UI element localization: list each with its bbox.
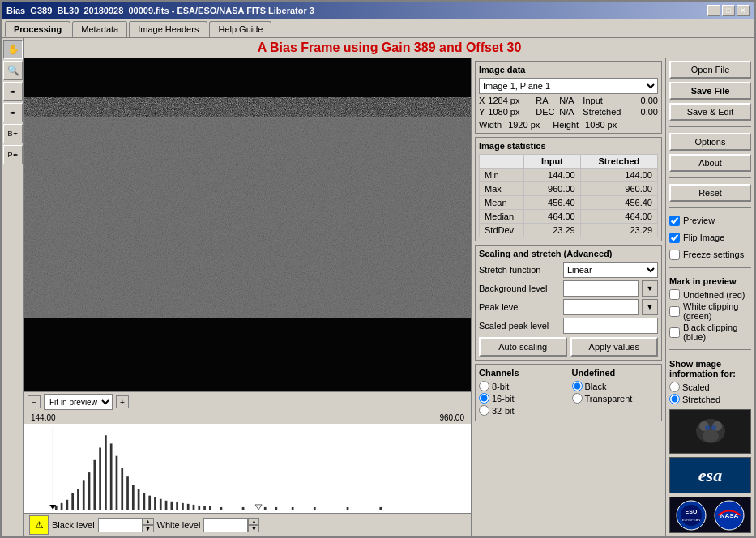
svg-rect-20	[132, 485, 135, 510]
black-level-down[interactable]: ▼	[143, 525, 154, 532]
channels-col: Channels 8-bit 16-bit	[479, 368, 566, 417]
black-level-label: Black level	[52, 520, 95, 530]
svg-rect-28	[176, 502, 178, 510]
menu-bar: Processing Metadata Image Headers Help G…	[2, 19, 754, 38]
title-banner: A Bias Frame using Gain 389 and Offset 3…	[24, 38, 754, 58]
svg-rect-25	[160, 499, 162, 510]
white-level-input[interactable]: 688.00	[203, 518, 248, 532]
options-button[interactable]: Options	[669, 133, 751, 151]
scaling-buttons-row: Auto scaling Apply values	[479, 337, 658, 357]
svg-rect-26	[165, 501, 168, 510]
pencil-tool-1[interactable]: ✒	[3, 82, 23, 101]
bg-level-row: Background level 0.00 ▼	[479, 280, 658, 297]
minimize-button[interactable]: –	[707, 5, 720, 16]
save-edit-button[interactable]: Save & Edit	[669, 103, 751, 121]
svg-rect-1	[24, 58, 471, 117]
svg-rect-34	[209, 506, 211, 510]
svg-rect-14	[99, 448, 101, 510]
preview-controls: − Fit in preview +	[24, 391, 471, 412]
histogram-max-label: 960.00	[439, 413, 464, 422]
maximize-button[interactable]: □	[722, 5, 735, 16]
scaled-radio[interactable]	[669, 382, 680, 392]
svg-rect-10	[77, 489, 79, 510]
undefined-title: Undefined	[572, 368, 659, 378]
svg-rect-8	[66, 500, 69, 510]
image-select[interactable]: Image 1, Plane 1	[479, 78, 658, 94]
channels-8bit-row: 8-bit	[479, 381, 566, 391]
scaling-section: Scaling and stretch (Advanced) Stretch f…	[475, 245, 662, 361]
svg-rect-4	[24, 318, 471, 391]
bg-arrow-btn[interactable]: ▼	[642, 280, 658, 297]
svg-rect-36	[242, 507, 245, 510]
undefined-black-label: Black	[585, 382, 607, 391]
svg-rect-24	[154, 497, 156, 510]
svg-rect-32	[198, 506, 200, 510]
flip-image-checkbox[interactable]	[669, 233, 680, 243]
eso-badge: ESO EUROPEAN	[676, 500, 707, 531]
stretched-radio[interactable]	[669, 394, 680, 404]
stretch-function-row: Stretch function Linear Log Square Root	[479, 262, 658, 278]
svg-rect-31	[193, 505, 195, 510]
auto-scaling-button[interactable]: Auto scaling	[479, 337, 567, 357]
channels-title: Channels	[479, 368, 566, 378]
apply-values-button[interactable]: Apply values	[570, 337, 659, 357]
freeze-settings-checkbox[interactable]	[669, 250, 680, 260]
pencil-tool-2[interactable]: ✒	[3, 103, 23, 122]
black-clipping-checkbox[interactable]	[669, 327, 680, 338]
peak-label: Peak level	[479, 302, 560, 312]
black-level-up[interactable]: ▲	[143, 518, 154, 525]
zoom-tool[interactable]: 🔍	[3, 61, 23, 80]
stretch-select[interactable]: Linear Log Square Root	[563, 262, 658, 278]
peak-value-input[interactable]: 688.00	[563, 299, 639, 315]
svg-rect-40	[314, 507, 316, 510]
reset-button[interactable]: Reset	[669, 184, 751, 202]
close-button[interactable]: ✕	[737, 5, 750, 16]
save-file-button[interactable]: Save File	[669, 82, 751, 100]
peak-arrow-btn[interactable]: ▼	[642, 299, 658, 315]
zoom-plus-button[interactable]: +	[116, 395, 129, 408]
undefined-black-radio[interactable]	[572, 381, 583, 391]
svg-rect-39	[292, 507, 294, 510]
zoom-minus-button[interactable]: −	[28, 395, 41, 408]
table-row: StdDev 23.29 23.29	[480, 224, 658, 237]
channels-8bit-radio[interactable]	[479, 381, 489, 391]
svg-text:EUROPEAN: EUROPEAN	[682, 518, 701, 522]
bg-value-input[interactable]: 0.00	[563, 280, 639, 297]
stat-input: 464.00	[524, 210, 581, 224]
black-level-input[interactable]: 256.00	[98, 518, 143, 532]
level-controls: ⚠ Black level 256.00 ▲ ▼ White level 688…	[24, 513, 471, 536]
image-statistics-section: Image statistics Input Stretched	[475, 137, 662, 241]
stat-label: Mean	[480, 196, 524, 210]
svg-rect-37	[264, 507, 267, 510]
flip-image-label: Flip Image	[683, 233, 724, 242]
white-point-tool[interactable]: P✒	[3, 145, 23, 164]
image-preview[interactable]	[24, 58, 471, 391]
histogram-labels: 144.00 960.00	[24, 412, 471, 424]
undefined-transparent-radio[interactable]	[572, 393, 583, 404]
black-point-tool[interactable]: B✒	[3, 124, 23, 143]
white-clipping-checkbox[interactable]	[669, 306, 680, 317]
channels-32bit-radio[interactable]	[479, 405, 489, 416]
white-clipping-label: White clipping (green)	[683, 301, 751, 321]
tab-processing[interactable]: Processing	[5, 21, 70, 37]
white-level-down[interactable]: ▼	[248, 525, 259, 532]
preview-checkbox[interactable]	[669, 216, 680, 226]
svg-point-50	[705, 425, 710, 430]
tab-image-headers[interactable]: Image Headers	[129, 21, 207, 37]
scaled-peak-input[interactable]: 10.00	[563, 318, 658, 334]
black-clipping-row: Black clipping (blue)	[669, 322, 751, 342]
x-field: Input	[583, 96, 615, 105]
tab-help-guide[interactable]: Help Guide	[209, 21, 271, 37]
white-level-up[interactable]: ▲	[248, 518, 259, 525]
height-px: 1080 px	[585, 120, 617, 130]
open-file-button[interactable]: Open File	[669, 61, 751, 79]
stat-input: 960.00	[524, 182, 581, 196]
channels-16bit-radio[interactable]	[479, 393, 489, 404]
white-level-label: White level	[157, 520, 201, 530]
left-toolbar: ✋ 🔍 ✒ ✒ B✒ P✒	[2, 38, 24, 536]
hand-tool[interactable]: ✋	[3, 40, 23, 59]
tab-metadata[interactable]: Metadata	[72, 21, 127, 37]
about-button[interactable]: About	[669, 154, 751, 172]
undefined-red-checkbox[interactable]	[669, 289, 680, 300]
zoom-select[interactable]: Fit in preview	[44, 394, 113, 410]
